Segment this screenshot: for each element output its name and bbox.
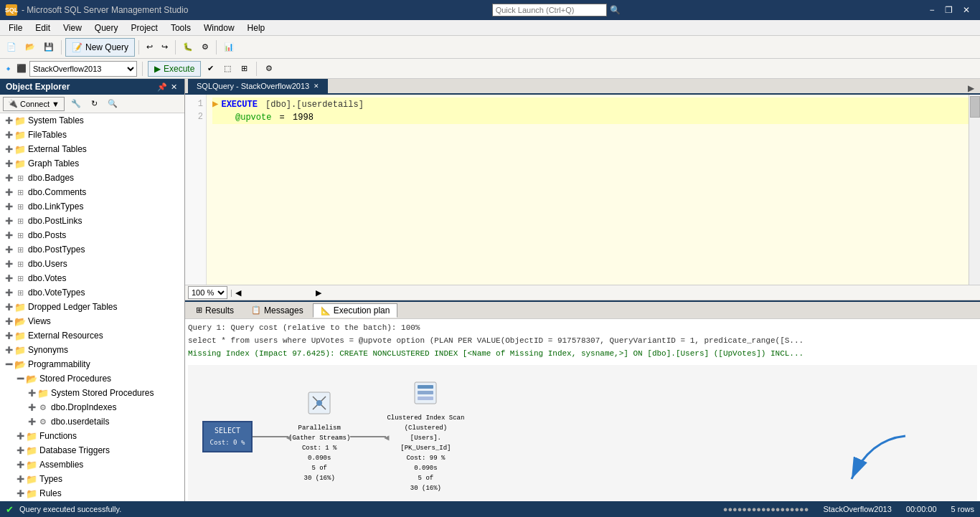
tree-dbo-comments[interactable]: ➕ ⊞ dbo.Comments: [0, 185, 184, 199]
tree-stored-procedures[interactable]: ➖ 📂 Stored Procedures: [0, 371, 184, 386]
tree-label: Synonyms: [28, 345, 68, 355]
tree-database-triggers[interactable]: ➕ 📁 Database Triggers: [0, 443, 184, 457]
tree-views[interactable]: ➕ 📂 Views: [0, 314, 184, 328]
display-results-button[interactable]: ⊞: [237, 60, 251, 77]
tree-label: dbo.DropIndexes: [51, 402, 116, 412]
oe-pin-button[interactable]: 📌: [157, 82, 167, 92]
tab-results[interactable]: ⊞ Results: [188, 303, 242, 318]
connect-button[interactable]: 🔌 Connect ▼: [3, 97, 65, 111]
tree-dropped-ledger[interactable]: ➕ 📁 Dropped Ledger Tables: [0, 300, 184, 314]
expand-icon: ➕: [3, 272, 14, 284]
scroll-left-icon[interactable]: ◀: [235, 288, 241, 298]
tree-label: dbo.Badges: [28, 173, 74, 183]
tree-dbo-votes[interactable]: ➕ ⊞ dbo.Votes: [0, 271, 184, 285]
save-icon: 💾: [44, 42, 54, 52]
tree-dbo-posts[interactable]: ➕ ⊞ dbo.Posts: [0, 228, 184, 242]
app-icon: SQL: [6, 4, 17, 16]
oe-search-button[interactable]: 🔍: [104, 95, 121, 113]
tab-execution-plan[interactable]: 📐 Execution plan: [313, 303, 398, 318]
tree-system-stored-procedures[interactable]: ➕ 📁 System Stored Procedures: [0, 386, 184, 400]
tree-filetables[interactable]: ➕ 📁 FileTables: [0, 128, 184, 142]
tree-defaults[interactable]: ➕ 📁 Defaults: [0, 501, 184, 501]
open-icon: 📂: [25, 42, 35, 52]
expand-icon: ➕: [14, 488, 26, 499]
new-file-icon: 📄: [6, 42, 17, 52]
tree-dbo-users[interactable]: ➕ ⊞ dbo.Users: [0, 257, 184, 271]
redo-button[interactable]: ↪: [158, 39, 171, 56]
status-ok-icon: ✔: [6, 504, 14, 515]
tree-external-tables[interactable]: ➕ 📁 External Tables: [0, 142, 184, 156]
menu-tools[interactable]: Tools: [165, 21, 197, 35]
open-file-button[interactable]: 📂: [22, 39, 39, 56]
restore-button[interactable]: ❐: [941, 4, 957, 16]
tree-dbo-votetypes[interactable]: ➕ ⊞ dbo.VoteTypes: [0, 285, 184, 300]
debug-button[interactable]: 🐛: [179, 39, 197, 56]
query-info-line: Query 1: Query cost (relative to the bat…: [188, 322, 977, 333]
menu-project[interactable]: Project: [126, 21, 164, 35]
table-icon: ⊞: [14, 186, 26, 198]
tree-assemblies[interactable]: ➕ 📁 Assemblies: [0, 457, 184, 472]
options-button[interactable]: ⚙: [262, 60, 276, 77]
tree-external-resources[interactable]: ➕ 📁 External Resources: [0, 328, 184, 343]
tree-graph-tables[interactable]: ➕ 📁 Graph Tables: [0, 156, 184, 171]
scrollbar-thumb[interactable]: [970, 96, 980, 118]
new-file-button[interactable]: 📄: [3, 39, 20, 56]
toolbar-separator-2: [138, 40, 139, 54]
tree-system-tables[interactable]: ➕ 📁 System Tables: [0, 113, 184, 128]
editor-scrollbar[interactable]: [969, 95, 980, 285]
properties-button[interactable]: ⚙: [198, 39, 212, 56]
code-editor[interactable]: ▶ EXECUTE [dbo].[userdetails] @upvote = …: [207, 95, 980, 285]
tree-label: Assemblies: [39, 460, 83, 470]
minimize-button[interactable]: −: [924, 4, 940, 16]
plan-clustered-scan-node: Clustered Index Scan (Clustered)[Users].…: [386, 379, 465, 493]
tree-rules[interactable]: ➕ 📁 Rules: [0, 486, 184, 501]
expand-icon: ➕: [26, 387, 37, 399]
oe-close-button[interactable]: ✕: [169, 82, 179, 92]
save-button[interactable]: 💾: [40, 39, 57, 56]
checkmark-button[interactable]: ✔: [204, 60, 217, 77]
menu-help[interactable]: Help: [242, 21, 271, 35]
parse-button[interactable]: ⬚: [220, 60, 235, 77]
quick-launch: 🔍: [492, 4, 621, 16]
tree-dbo-userdetails[interactable]: ➕ ⚙ dbo.userdetails: [0, 414, 184, 429]
tree-dbo-badges[interactable]: ➕ ⊞ dbo.Badges: [0, 171, 184, 185]
close-button[interactable]: ✕: [958, 4, 974, 16]
oe-refresh-button[interactable]: ↻: [88, 95, 101, 113]
toolbar-separator-1: [61, 40, 62, 54]
quick-launch-input[interactable]: [492, 4, 607, 16]
code-line-1: ▶ EXECUTE [dbo].[userdetails]: [212, 98, 974, 111]
execute-button[interactable]: ▶ Execute: [148, 61, 201, 77]
undo-button[interactable]: ↩: [143, 39, 156, 56]
menu-edit[interactable]: Edit: [29, 21, 56, 35]
menu-view[interactable]: View: [57, 21, 88, 35]
scroll-right-icon[interactable]: ▶: [316, 288, 321, 298]
exec-plan-tab-icon: 📐: [321, 306, 331, 316]
tree-dbo-dropindexes[interactable]: ➕ ⚙ dbo.DropIndexes: [0, 400, 184, 414]
tree-dbo-linktypes[interactable]: ➕ ⊞ dbo.LinkTypes: [0, 199, 184, 214]
editor-tab-query[interactable]: SQLQuery - StackOverflow2013 ✕: [188, 79, 328, 93]
table-icon: ⊞: [14, 287, 26, 298]
tree-synonyms[interactable]: ➕ 📁 Synonyms: [0, 343, 184, 357]
tree-functions[interactable]: ➕ 📁 Functions: [0, 429, 184, 443]
database-selector[interactable]: StackOverflow2013: [29, 61, 137, 77]
parallelism-icon: [306, 389, 333, 420]
table-icon: ⊞: [14, 244, 26, 255]
tree-label: dbo.Comments: [28, 187, 86, 197]
menu-window[interactable]: Window: [198, 21, 240, 35]
tree-types[interactable]: ➕ 📁 Types: [0, 472, 184, 486]
menu-query[interactable]: Query: [89, 21, 124, 35]
zoom-selector[interactable]: 100 %: [188, 286, 227, 299]
menu-file[interactable]: File: [3, 21, 28, 35]
svg-point-3: [316, 400, 322, 406]
right-scroll-icon[interactable]: ▶: [968, 83, 974, 93]
oe-filter-button[interactable]: 🔧: [67, 95, 85, 113]
tree-dbo-postlinks[interactable]: ➕ ⊞ dbo.PostLinks: [0, 214, 184, 228]
editor-tab-close[interactable]: ✕: [314, 82, 319, 90]
new-query-button[interactable]: 📝 New Query: [65, 38, 135, 57]
tree-dbo-posttypes[interactable]: ➕ ⊞ dbo.PostTypes: [0, 242, 184, 257]
tree-label: External Resources: [28, 331, 103, 341]
report-button[interactable]: 📊: [220, 39, 237, 56]
tab-messages[interactable]: 📋 Messages: [243, 303, 311, 318]
tree-programmability[interactable]: ➖ 📂 Programmability: [0, 357, 184, 371]
tree-label: System Stored Procedures: [51, 388, 154, 398]
